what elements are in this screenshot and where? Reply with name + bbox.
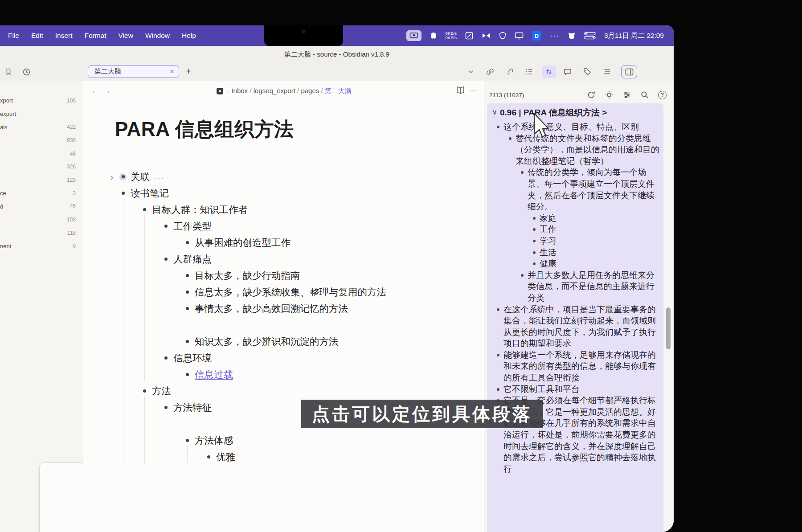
sidebar-folder-row[interactable]: 118 — [0, 226, 82, 240]
sidebar-folder-row[interactable]: nent 0 — [0, 240, 82, 253]
outline-text[interactable]: 优雅 — [216, 450, 235, 463]
result-item[interactable]: 它不限制工具和平台 — [495, 384, 661, 395]
outline-text[interactable]: 目标太多，缺少行动指南 — [195, 269, 300, 282]
bullet-icon[interactable] — [162, 404, 169, 411]
tags-icon[interactable] — [582, 67, 592, 77]
new-tab-button[interactable]: + — [184, 66, 193, 76]
result-text[interactable]: 并且大多数人是用任务的思维来分类信息，而不是信息的主题来进行分类 — [525, 270, 661, 304]
outline-text[interactable]: 事情太多，缺少高效回溯记忆的方法 — [195, 302, 348, 315]
sidebar-folder-row[interactable]: 103 — [0, 213, 82, 226]
forward-arrow-icon[interactable]: → — [101, 86, 112, 96]
outline-text[interactable]: 目标人群：知识工作者 — [152, 203, 248, 216]
result-item[interactable]: 并且大多数人是用任务的思维来分类信息，而不是信息的主题来进行分类 — [519, 270, 661, 304]
result-item[interactable]: 替代传统的文件夹和标签的分类思维（分类学），而是以信息的用途和目的来组织整理笔记… — [507, 133, 661, 167]
result-item[interactable]: 传统的分类学，倾向为每一个场景、每一个事项建立一个顶层文件夹，然后在各个顶层文件… — [519, 167, 661, 212]
bullet-icon[interactable] — [141, 388, 148, 395]
sidebar-folder-row[interactable]: xport 105 — [0, 94, 82, 107]
network-speed[interactable]: 0KB/s 0KB/s — [446, 31, 457, 41]
bullet-icon[interactable] — [184, 437, 191, 444]
shield-app-icon[interactable] — [499, 32, 506, 40]
result-text[interactable]: 能够建造一个系统，足够用来存储现在的和未来的所有类型的信息，能够与你现有的所有工… — [501, 349, 661, 384]
result-item[interactable]: 家庭 — [531, 213, 661, 224]
add-link-icon[interactable] — [505, 67, 515, 77]
result-text[interactable]: 生活 — [537, 247, 661, 258]
outline-text[interactable]: 工作类型 — [173, 220, 212, 233]
result-item[interactable]: 生活 — [531, 247, 661, 258]
result-header-row[interactable]: ∨ 0.96 | PARA 信息组织方法 > — [487, 107, 661, 119]
result-item[interactable]: 能够建造一个系统，足够用来存储现在的和未来的所有类型的信息，能够与你现有的所有工… — [495, 349, 661, 384]
outline-text[interactable]: 方法 — [152, 385, 171, 397]
menu-item[interactable]: Format — [84, 32, 106, 40]
display-app-icon[interactable] — [515, 32, 524, 40]
menu-item[interactable]: Window — [145, 32, 170, 40]
sidebar-folder-row[interactable]: 938 — [0, 134, 82, 147]
bullet-icon[interactable] — [141, 206, 148, 213]
tab-list-chevron-icon[interactable] — [466, 67, 476, 77]
outline-row[interactable]: › 关联 ... — [119, 168, 483, 185]
result-item[interactable]: 健康 — [531, 258, 661, 270]
back-arrow-icon[interactable]: ← — [89, 86, 101, 96]
sidebar-folder-row[interactable]: als 422 — [0, 120, 82, 134]
result-text[interactable]: 工作 — [537, 224, 661, 235]
breadcrumb-segment[interactable]: - Inbox / — [227, 87, 253, 95]
bullet-icon[interactable] — [162, 355, 169, 362]
bookmark-icon[interactable] — [4, 67, 13, 77]
help-icon[interactable]: ? — [658, 91, 667, 99]
outline-row[interactable]: › 工作类型 — [162, 218, 483, 234]
sidebar-folder-row[interactable]: 48 — [0, 147, 82, 160]
locate-icon[interactable] — [605, 90, 614, 99]
bullet-icon[interactable] — [184, 272, 191, 279]
menu-item[interactable]: Help — [182, 32, 196, 40]
history-clock-icon[interactable] — [21, 67, 31, 77]
more-options-icon[interactable]: ··· — [470, 86, 477, 95]
refresh-icon[interactable] — [587, 90, 596, 99]
bullet-icon[interactable] — [184, 371, 191, 378]
outline-row[interactable]: › 人群痛点 — [162, 251, 483, 267]
bullet-icon[interactable] — [119, 173, 127, 180]
outline-text[interactable]: 信息环境 — [173, 352, 212, 364]
sidebar-folder-row[interactable]: 326 — [0, 160, 82, 173]
result-item[interactable]: 工作 — [531, 224, 661, 235]
control-center-icon[interactable] — [584, 32, 596, 40]
align-lines-icon[interactable] — [602, 67, 612, 77]
result-text[interactable]: 它不限制工具和平台 — [501, 384, 661, 395]
outline-row[interactable]: › 信息过载 — [184, 366, 483, 383]
breadcrumb-segment[interactable]: 第二大脑 — [325, 87, 352, 95]
link-icon[interactable] — [485, 67, 495, 77]
menubar-clock[interactable]: 3月11日 周二 22:09 — [604, 31, 664, 41]
bullet-icon[interactable] — [184, 289, 191, 296]
bowtie-app-icon[interactable] — [482, 32, 491, 39]
d-app-icon[interactable]: D — [532, 31, 541, 41]
result-item[interactable]: 这个系统的意义、目标、特点、区别 — [495, 121, 661, 133]
comment-icon[interactable] — [563, 67, 573, 77]
breadcrumb-segment[interactable]: pages / — [301, 87, 324, 95]
menu-item[interactable]: Edit — [31, 32, 43, 40]
outline-row[interactable]: › 知识太多，缺少辨识和沉淀的方法 — [184, 333, 483, 350]
outline-row[interactable]: › 方法体感 — [184, 432, 483, 449]
bullet-icon[interactable] — [162, 256, 169, 263]
outline-row[interactable]: › 优雅 — [205, 449, 483, 465]
result-text[interactable]: 家庭 — [537, 213, 661, 224]
screen-recording-indicator[interactable] — [406, 30, 421, 41]
outline-text[interactable]: 方法特征 — [173, 401, 212, 414]
outline-row[interactable]: › 目标太多，缺少行动指南 — [184, 267, 483, 284]
outline-row[interactable]: › 读书笔记 — [119, 185, 483, 201]
outline-text[interactable]: 读书笔记 — [131, 187, 169, 200]
result-text[interactable]: 健康 — [537, 258, 661, 270]
outline-text[interactable]: 人群痛点 — [173, 253, 212, 266]
result-header-link[interactable]: 0.96 | PARA 信息组织方法 > — [500, 107, 607, 119]
collapse-arrow-icon[interactable]: ∨ — [489, 107, 500, 116]
bullet-icon[interactable] — [119, 190, 127, 197]
bullet-icon[interactable] — [184, 305, 191, 312]
sidebar-folder-row[interactable]: d 45 — [0, 200, 82, 213]
outline-text[interactable]: 关联 — [131, 170, 150, 183]
breadcrumb-segment[interactable]: logseq_export / — [254, 87, 301, 95]
outline-text[interactable]: 方法体感 — [195, 434, 233, 447]
outline-row[interactable]: › 信息环境 — [162, 350, 483, 366]
bullet-list-icon[interactable] — [524, 67, 534, 77]
menu-item[interactable]: View — [119, 32, 133, 40]
menu-item[interactable]: File — [8, 32, 19, 40]
sidebar-folder-row[interactable]: ce 3 — [0, 187, 82, 200]
sidebar-folder-row[interactable]: export — [0, 107, 82, 121]
result-item[interactable]: 学习 — [531, 235, 661, 247]
